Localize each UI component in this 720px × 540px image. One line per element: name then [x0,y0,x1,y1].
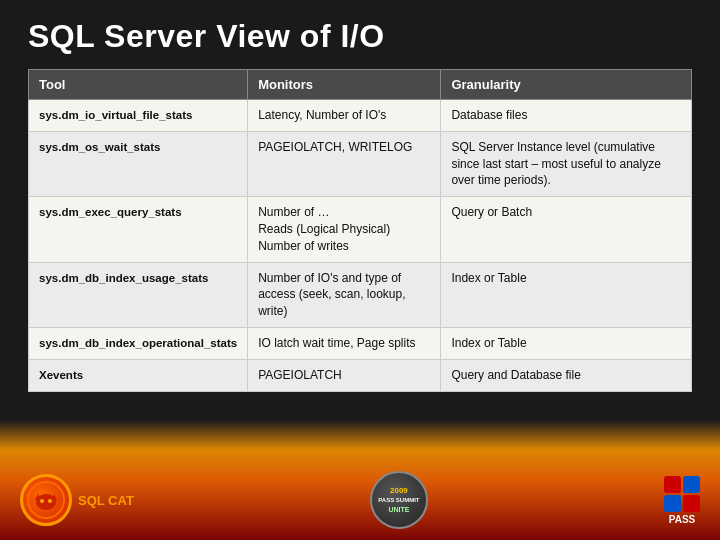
cell-monitors: Number of IO's and type of access (seek,… [248,262,441,327]
cell-monitors: PAGEIOLATCH, WRITELOG [248,131,441,196]
sqlcat-logo: SQL CAT [20,474,134,526]
cell-granularity: Index or Table [441,327,692,359]
cell-tool: sys.dm_db_index_usage_stats [29,262,248,327]
pass-logo: PASS [664,476,700,525]
col-header-monitors: Monitors [248,70,441,100]
table-row: sys.dm_db_index_operational_statsIO latc… [29,327,692,359]
cell-tool: sys.dm_exec_query_stats [29,197,248,262]
sqlcat-circle-icon [20,474,72,526]
svg-point-4 [40,499,44,503]
pass-sq-4 [683,495,700,512]
cell-tool: sys.dm_io_virtual_file_stats [29,100,248,132]
io-table: Tool Monitors Granularity sys.dm_io_virt… [28,69,692,392]
pass-summit-circle: 2009 PASS SUMMIT UNITE [370,471,428,529]
cell-tool: sys.dm_db_index_operational_stats [29,327,248,359]
pass-squares-icon [664,476,700,512]
cell-tool: Xevents [29,359,248,391]
table-row: sys.dm_db_index_usage_statsNumber of IO'… [29,262,692,327]
cell-granularity: Database files [441,100,692,132]
table-row: sys.dm_exec_query_statsNumber of …Reads … [29,197,692,262]
cell-tool: sys.dm_os_wait_stats [29,131,248,196]
cell-granularity: Index or Table [441,262,692,327]
pass-label: PASS [669,514,696,525]
svg-point-5 [48,499,52,503]
pass-sq-1 [664,476,681,493]
content-area: SQL Server View of I/O Tool Monitors Gra… [0,0,720,402]
bottom-bar: SQL CAT 2009 PASS SUMMIT UNITE PASS [0,460,720,540]
table-row: XeventsPAGEIOLATCHQuery and Database fil… [29,359,692,391]
col-header-granularity: Granularity [441,70,692,100]
cell-monitors: Number of …Reads (Logical Physical)Numbe… [248,197,441,262]
table-row: sys.dm_io_virtual_file_statsLatency, Num… [29,100,692,132]
table-row: sys.dm_os_wait_statsPAGEIOLATCH, WRITELO… [29,131,692,196]
pass-summit-badge: 2009 PASS SUMMIT UNITE [370,471,428,529]
pass-sq-3 [664,495,681,512]
pass-sq-2 [683,476,700,493]
cell-monitors: IO latch wait time, Page splits [248,327,441,359]
cell-monitors: Latency, Number of IO's [248,100,441,132]
cell-granularity: Query or Batch [441,197,692,262]
sqlcat-label: SQL CAT [78,493,134,508]
cell-granularity: Query and Database file [441,359,692,391]
cell-monitors: PAGEIOLATCH [248,359,441,391]
page-title: SQL Server View of I/O [28,18,692,55]
col-header-tool: Tool [29,70,248,100]
cell-granularity: SQL Server Instance level (cumulative si… [441,131,692,196]
